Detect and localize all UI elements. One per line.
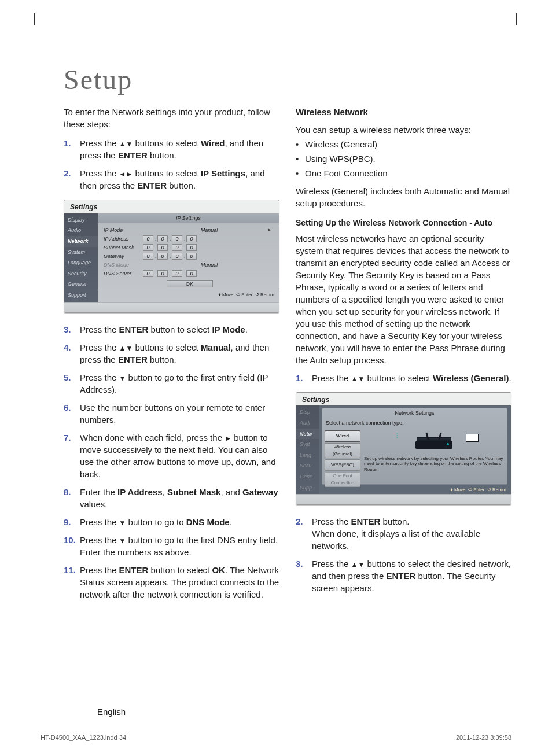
ip-octet: 0 (143, 253, 153, 260)
ui2-side-support: Supp (296, 482, 319, 493)
ui1-subnet-label: Subnet Mask (104, 244, 143, 252)
ip-octet: 0 (143, 244, 153, 251)
page-title: Setup (64, 64, 511, 95)
ui2-description: Set up wireless network by selecting you… (364, 456, 503, 473)
step9: Press the ▼ button to go to DNS Mode. (80, 517, 232, 527)
ip-octet: 0 (143, 270, 153, 277)
wireless-network-heading: Wireless Network (296, 106, 368, 119)
ip-octet: 0 (157, 270, 168, 277)
step-num: 4. (64, 341, 71, 353)
ui1-dnsserver-label: DNS Server (104, 270, 143, 278)
ui1-ok-button: OK (167, 280, 213, 287)
ui1-dnsmode-value: Manual (143, 261, 275, 269)
ui1-sidebar: Display Audio Network System Language Se… (64, 213, 98, 302)
ip-octet: 0 (172, 244, 182, 251)
ui2-side-language: Lang (296, 450, 319, 461)
ui2-tab-onefoot: One Foot Connection (325, 472, 360, 487)
ip-octet: 0 (143, 235, 153, 242)
step6: Use the number buttons on your remote to… (80, 403, 265, 425)
step-num: 11. (64, 564, 76, 576)
step-num: 3. (64, 323, 71, 335)
ip-octet: 0 (186, 244, 197, 251)
network-settings-screenshot: Settings Disp Audi Netw Syst Lang Secu G… (296, 392, 511, 506)
ui1-settings-label: Settings (64, 200, 279, 213)
step-num: 5. (64, 371, 71, 383)
ui1-gateway-label: Gateway (104, 253, 143, 260)
ui1-side-general: General (64, 279, 98, 290)
footer-date: 2011-12-23 3:39:58 (456, 734, 511, 741)
ui2-tab-wps: WPS(PBC) (325, 459, 360, 471)
ui1-legend: ♦ Move ⏎ Enter ↺ Return (98, 290, 279, 300)
ui2-side-system: Syst (296, 439, 319, 450)
step-num: 1. (64, 137, 71, 149)
step8: Enter the IP Address, Subnet Mask, and G… (80, 487, 278, 509)
step-num: 2. (64, 167, 71, 179)
ui2-tab-wired: Wired (325, 430, 360, 442)
step-num: 6. (64, 401, 71, 414)
ui1-side-display: Display (64, 215, 98, 226)
step4: Press the ▲▼ buttons to select Manual, a… (80, 342, 269, 364)
ui1-dnsmode-label: DNS Mode (104, 261, 143, 269)
footer-language: English (0, 707, 552, 717)
ui1-side-system: System (64, 247, 98, 258)
ui1-ipmode-label: IP Mode (104, 227, 143, 234)
step2: Press the ◄► buttons to select IP Settin… (80, 168, 265, 190)
bullet-wireless-general: Wireless (General) (296, 138, 511, 150)
step11: Press the ENTER button to select OK. The… (80, 565, 279, 599)
ui2-side-network: Netw (296, 429, 319, 440)
step-num: 8. (64, 486, 71, 498)
rstep1: Press the ▲▼ buttons to select Wireless … (312, 373, 511, 383)
step5: Press the ▼ button to go to the first en… (80, 373, 268, 394)
ui1-side-support: Support (64, 290, 98, 301)
ui2-side-security: Secu (296, 460, 319, 471)
setup-auto-heading: Setting Up the Wireless Network Connecti… (296, 217, 511, 229)
rstep-num: 2. (296, 515, 303, 528)
wireless-intro: You can setup a wireless network three w… (296, 124, 511, 136)
ui1-side-language: Language (64, 257, 98, 268)
step-num: 7. (64, 432, 71, 444)
ui1-side-security: Security (64, 268, 98, 279)
rstep2: Press the ENTER button.When done, it dis… (312, 517, 480, 551)
ip-octet: 0 (186, 235, 197, 242)
ui2-settings-label: Settings (296, 393, 511, 406)
ip-octet: 0 (157, 244, 168, 251)
rstep3: Press the ▲▼ buttons to select the desir… (312, 559, 511, 593)
rstep-num: 1. (296, 372, 303, 384)
setup-auto-body: Most wireless networks have an optional … (296, 233, 511, 366)
ip-octet: 0 (157, 235, 168, 242)
ip-octet: 0 (186, 270, 197, 277)
ui2-side-general: Gene (296, 471, 319, 482)
wireless-manual-note: Wireless (General) includes both Automat… (296, 185, 511, 209)
ui2-tab-wireless: Wireless (General) (325, 443, 360, 458)
chevron-right-icon: ► (267, 227, 272, 233)
ui2-sidebar: Disp Audi Netw Syst Lang Secu Gene Supp (296, 405, 319, 494)
step1: Press the ▲▼ buttons to select Wired, an… (80, 138, 263, 160)
ui1-panel-title: IP Settings (98, 213, 279, 224)
ip-octet: 0 (186, 253, 197, 260)
step3: Press the ENTER button to select IP Mode… (80, 324, 248, 334)
ip-octet: 0 (172, 235, 182, 242)
bullet-wps: Using WPS(PBC). (296, 153, 511, 165)
ip-octet: 0 (157, 253, 168, 260)
step-num: 10. (64, 534, 76, 546)
ip-octet: 0 (172, 270, 182, 277)
ui1-side-audio: Audio (64, 225, 98, 236)
step10: Press the ▼ button to go to the first DN… (80, 535, 278, 557)
ip-settings-screenshot: Settings Display Audio Network System La… (64, 200, 279, 313)
rstep-num: 3. (296, 558, 303, 570)
ui2-hint: Select a network connection type. (322, 418, 507, 430)
router-illustration: ⋮ (364, 432, 503, 456)
left-intro: To enter the Network settings into your … (64, 106, 279, 130)
ui2-legend: ♦ Move ⏎ Enter ↺ Return (451, 486, 506, 493)
ui2-modal-title: Network Settings (322, 408, 507, 418)
step-num: 9. (64, 516, 71, 528)
ui2-side-display: Disp (296, 407, 319, 418)
ip-octet: 0 (172, 253, 182, 260)
bullet-onefoot: One Foot Connection (296, 167, 511, 179)
ui1-ipaddress-label: IP Address (104, 235, 143, 243)
footer-file: HT-D4500_XAA_1223.indd 34 (41, 734, 126, 741)
step7: When done with each field, press the ► b… (80, 433, 276, 479)
ui1-ipmode-value: Manual► (143, 227, 275, 234)
ui1-side-network: Network (64, 236, 98, 247)
ui2-side-audio: Audi (296, 418, 319, 429)
